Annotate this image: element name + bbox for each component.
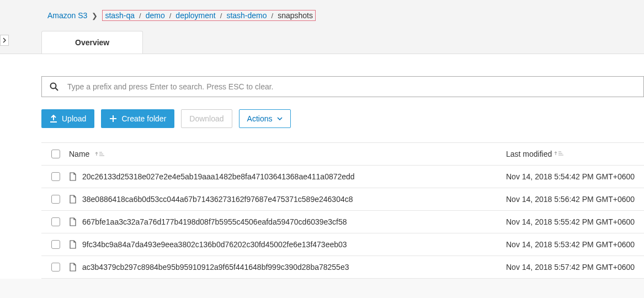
upload-label: Upload <box>62 114 86 123</box>
sort-icon <box>554 150 564 157</box>
breadcrumb-link[interactable]: demo <box>146 11 165 20</box>
download-button: Download <box>181 109 232 128</box>
row-checkbox[interactable] <box>51 217 60 226</box>
search-bar <box>41 76 644 97</box>
file-icon <box>69 195 77 204</box>
table-row[interactable]: 20c26133d25318e027e2e4e5ab19aaa1482be8fa… <box>41 166 644 188</box>
plus-icon <box>109 115 117 123</box>
table-row[interactable]: 9fc34bc9a84a7da493e9eea3802c136b0d76202c… <box>41 233 644 256</box>
table-row[interactable]: 667bfe1aa3c32a7a76d177b4198d08f7b5955c45… <box>41 211 644 233</box>
object-name-cell: 667bfe1aa3c32a7a76d177b4198d08f7b5955c45… <box>69 217 497 226</box>
search-input[interactable] <box>67 82 636 91</box>
download-label: Download <box>189 114 223 123</box>
object-name[interactable]: 667bfe1aa3c32a7a76d177b4198d08f7b5955c45… <box>82 217 347 226</box>
toolbar: Upload Create folder Download Actions <box>41 109 644 128</box>
actions-label: Actions <box>247 114 273 123</box>
object-name[interactable]: ac3b4379cb297c8984be95b95910912a9f65f441… <box>82 263 349 272</box>
breadcrumb: Amazon S3 ❯ stash-qa / demo / deployment… <box>0 10 644 31</box>
file-icon <box>69 217 77 226</box>
breadcrumb-link[interactable]: stash-demo <box>226 11 267 20</box>
table-row[interactable]: 38e0886418ca6b0d53cc044a67b71436273162f9… <box>41 188 644 211</box>
upload-button[interactable]: Upload <box>41 109 94 128</box>
sidebar-expand-button[interactable] <box>0 35 9 46</box>
object-name[interactable]: 9fc34bc9a84a7da493e9eea3802c136b0d76202c… <box>82 240 347 249</box>
object-name-cell: ac3b4379cb297c8984be95b95910912a9f65f441… <box>69 263 497 272</box>
object-modified-cell: Nov 14, 2018 5:55:42 PM GMT+0600 <box>506 217 644 226</box>
row-checkbox[interactable] <box>51 263 60 272</box>
upload-icon <box>50 115 57 123</box>
table-row[interactable]: ac3b4379cb297c8984be95b95910912a9f65f441… <box>41 256 644 279</box>
object-modified-cell: Nov 14, 2018 5:54:42 PM GMT+0600 <box>506 172 644 181</box>
chevron-right-icon <box>3 38 6 43</box>
object-name[interactable]: 38e0886418ca6b0d53cc044a67b71436273162f9… <box>82 195 353 204</box>
row-checkbox[interactable] <box>51 240 60 249</box>
object-modified-cell: Nov 14, 2018 5:56:42 PM GMT+0600 <box>506 195 644 204</box>
breadcrumb-link[interactable]: stash-qa <box>105 11 135 20</box>
create-folder-button[interactable]: Create folder <box>101 109 174 128</box>
row-checkbox[interactable] <box>51 195 60 204</box>
search-icon <box>50 82 58 91</box>
object-modified-cell: Nov 14, 2018 5:57:42 PM GMT+0600 <box>506 263 644 272</box>
table-header-row: Name Last modified <box>41 143 644 166</box>
breadcrumb-root[interactable]: Amazon S3 <box>47 11 87 20</box>
sort-icon <box>95 151 105 157</box>
chevron-down-icon <box>277 117 283 120</box>
object-name[interactable]: 20c26133d25318e027e2e4e5ab19aaa1482be8fa… <box>82 172 355 181</box>
breadcrumb-highlight: stash-qa / demo / deployment / stash-dem… <box>102 10 316 21</box>
select-all-checkbox[interactable] <box>51 150 60 158</box>
object-name-cell: 38e0886418ca6b0d53cc044a67b71436273162f9… <box>69 195 497 204</box>
object-name-cell: 9fc34bc9a84a7da493e9eea3802c136b0d76202c… <box>69 240 497 249</box>
column-header-name[interactable]: Name <box>69 150 497 158</box>
actions-button[interactable]: Actions <box>239 109 291 128</box>
svg-point-0 <box>51 83 56 89</box>
svg-line-1 <box>56 88 58 91</box>
breadcrumb-link[interactable]: deployment <box>175 11 215 20</box>
object-modified-cell: Nov 14, 2018 5:53:42 PM GMT+0600 <box>506 240 644 249</box>
breadcrumb-current: snapshots <box>278 11 313 20</box>
column-header-modified[interactable]: Last modified <box>506 150 644 158</box>
tab-overview[interactable]: Overview <box>41 31 143 54</box>
file-icon <box>69 263 77 272</box>
file-icon <box>69 240 77 249</box>
file-icon <box>69 172 77 181</box>
row-checkbox[interactable] <box>51 172 60 181</box>
object-name-cell: 20c26133d25318e027e2e4e5ab19aaa1482be8fa… <box>69 172 497 181</box>
chevron-right-icon: ❯ <box>92 12 98 20</box>
create-folder-label: Create folder <box>121 114 166 123</box>
objects-table: Name Last modified 20c26133d25318e027e2e… <box>41 142 644 279</box>
